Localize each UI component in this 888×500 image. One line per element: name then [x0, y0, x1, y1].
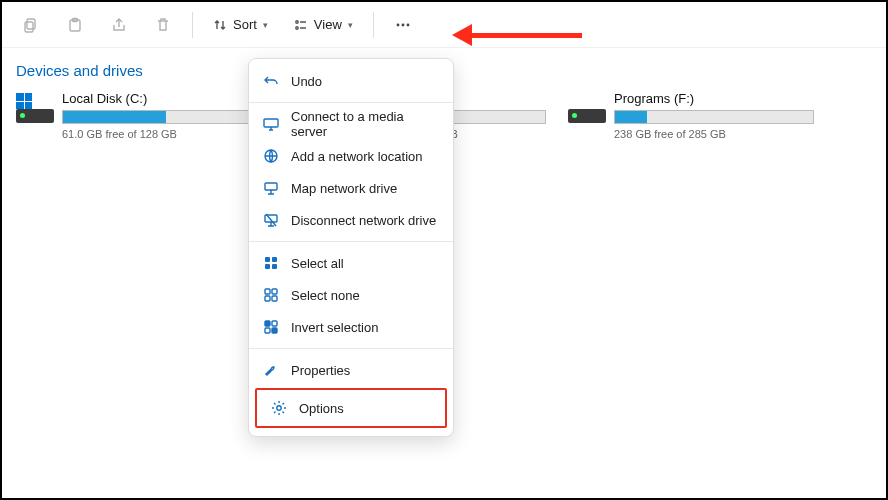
menu-label: Invert selection — [291, 320, 378, 335]
drive-info: Local Disk (C:) 61.0 GB free of 128 GB — [62, 91, 276, 140]
select-all-icon — [263, 255, 279, 271]
menu-disconnect-drive[interactable]: Disconnect network drive — [249, 204, 453, 236]
menu-separator — [249, 241, 453, 242]
menu-add-network[interactable]: Add a network location — [249, 140, 453, 172]
menu-label: Select all — [291, 256, 344, 271]
svg-point-7 — [401, 23, 404, 26]
svg-rect-15 — [265, 264, 270, 269]
toolbar: Sort ▾ View ▾ — [2, 2, 886, 48]
drive-icon — [568, 93, 606, 123]
svg-rect-21 — [265, 321, 270, 326]
drive-name: Local Disk (C:) — [62, 91, 276, 106]
map-drive-icon — [263, 180, 279, 196]
menu-label: Map network drive — [291, 181, 397, 196]
arrow-head-icon — [452, 24, 472, 46]
menu-undo[interactable]: Undo — [249, 65, 453, 97]
gear-icon — [271, 400, 287, 416]
invert-selection-icon — [263, 319, 279, 335]
menu-label: Select none — [291, 288, 360, 303]
svg-rect-22 — [272, 321, 277, 326]
svg-point-25 — [277, 406, 281, 410]
drive-usage-fill — [615, 111, 647, 123]
view-dropdown[interactable]: View ▾ — [284, 9, 363, 41]
view-label: View — [314, 17, 342, 32]
drive-item[interactable]: Programs (F:) 238 GB free of 285 GB — [568, 91, 828, 140]
menu-label: Add a network location — [291, 149, 423, 164]
svg-point-5 — [296, 26, 298, 28]
trash-icon — [155, 17, 171, 33]
svg-rect-13 — [265, 257, 270, 262]
share-button[interactable] — [100, 9, 138, 41]
drive-usage-fill — [63, 111, 166, 123]
view-icon — [294, 18, 308, 32]
media-server-icon — [263, 116, 279, 132]
svg-rect-14 — [272, 257, 277, 262]
svg-rect-0 — [27, 19, 35, 29]
menu-separator — [249, 348, 453, 349]
drive-free-text: 61.0 GB free of 128 GB — [62, 128, 276, 140]
svg-rect-24 — [272, 328, 277, 333]
drive-icon — [16, 93, 54, 123]
svg-rect-11 — [265, 183, 277, 190]
undo-icon — [263, 73, 279, 89]
drive-usage-bar — [62, 110, 262, 124]
svg-point-4 — [296, 20, 298, 22]
chevron-down-icon: ▾ — [348, 20, 353, 30]
more-options-button[interactable] — [384, 9, 422, 41]
drive-name: Programs (F:) — [614, 91, 828, 106]
select-none-icon — [263, 287, 279, 303]
menu-invert-selection[interactable]: Invert selection — [249, 311, 453, 343]
svg-rect-18 — [272, 289, 277, 294]
menu-properties[interactable]: Properties — [249, 354, 453, 386]
svg-rect-20 — [272, 296, 277, 301]
sort-label: Sort — [233, 17, 257, 32]
ellipsis-icon — [395, 17, 411, 33]
menu-label: Disconnect network drive — [291, 213, 436, 228]
menu-select-all[interactable]: Select all — [249, 247, 453, 279]
svg-point-8 — [406, 23, 409, 26]
svg-rect-17 — [265, 289, 270, 294]
windows-logo-icon — [16, 93, 32, 109]
menu-label: Undo — [291, 74, 322, 89]
menu-label: Options — [299, 401, 344, 416]
svg-rect-23 — [265, 328, 270, 333]
more-options-menu: Undo Connect to a media server Add a net… — [248, 58, 454, 437]
copy-button[interactable] — [12, 9, 50, 41]
network-location-icon — [263, 148, 279, 164]
sort-dropdown[interactable]: Sort ▾ — [203, 9, 278, 41]
svg-rect-19 — [265, 296, 270, 301]
share-icon — [111, 17, 127, 33]
drive-free-text: 238 GB free of 285 GB — [614, 128, 828, 140]
menu-options[interactable]: Options — [257, 392, 445, 424]
svg-rect-16 — [272, 264, 277, 269]
disconnect-drive-icon — [263, 212, 279, 228]
svg-rect-9 — [264, 119, 278, 127]
menu-label: Properties — [291, 363, 350, 378]
menu-separator — [249, 102, 453, 103]
chevron-down-icon: ▾ — [263, 20, 268, 30]
arrow-line — [472, 33, 582, 38]
menu-label: Connect to a media server — [291, 109, 439, 139]
paste-icon — [67, 17, 83, 33]
menu-select-none[interactable]: Select none — [249, 279, 453, 311]
svg-point-6 — [396, 23, 399, 26]
paste-button[interactable] — [56, 9, 94, 41]
options-highlight: Options — [255, 388, 447, 428]
drive-info: Programs (F:) 238 GB free of 285 GB — [614, 91, 828, 140]
drive-usage-bar — [614, 110, 814, 124]
sort-icon — [213, 18, 227, 32]
menu-map-drive[interactable]: Map network drive — [249, 172, 453, 204]
toolbar-separator — [192, 12, 193, 38]
copy-icon — [23, 17, 39, 33]
wrench-icon — [263, 362, 279, 378]
delete-button[interactable] — [144, 9, 182, 41]
annotation-arrow — [452, 24, 582, 46]
svg-rect-1 — [25, 22, 33, 32]
drive-item[interactable]: Local Disk (C:) 61.0 GB free of 128 GB — [16, 91, 276, 140]
menu-connect-media[interactable]: Connect to a media server — [249, 108, 453, 140]
toolbar-separator — [373, 12, 374, 38]
